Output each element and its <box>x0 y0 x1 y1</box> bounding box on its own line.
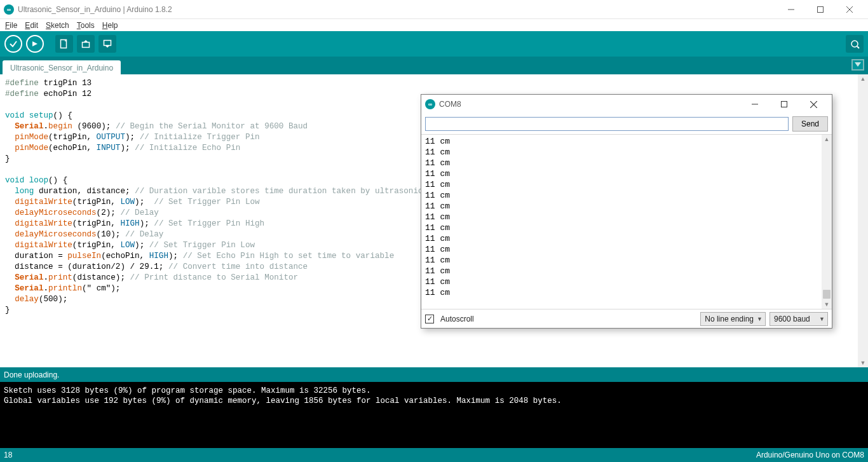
svg-marker-9 <box>105 46 109 48</box>
menu-bar: File Edit Sketch Tools Help <box>0 19 868 31</box>
menu-help[interactable]: Help <box>98 21 122 30</box>
menu-tools[interactable]: Tools <box>73 21 98 30</box>
board-port-indicator: Arduino/Genuino Uno on COM8 <box>756 451 864 459</box>
menu-file[interactable]: File <box>1 21 21 30</box>
autoscroll-checkbox[interactable]: ✓ <box>425 315 434 323</box>
serial-close-button[interactable] <box>799 95 828 114</box>
serial-send-input[interactable] <box>425 117 789 131</box>
serial-minimize-button[interactable] <box>740 95 770 114</box>
menu-edit[interactable]: Edit <box>21 21 42 30</box>
svg-rect-8 <box>104 41 111 46</box>
code-text: #define <box>5 79 39 88</box>
line-ending-select[interactable]: No line ending ▼ <box>700 312 766 326</box>
serial-monitor-window: ∞ COM8 Send 11 cm 11 cm 11 cm 11 cm 11 c… <box>421 94 832 329</box>
toolbar <box>0 31 868 57</box>
svg-marker-4 <box>32 41 37 46</box>
window-minimize-button[interactable] <box>776 0 806 19</box>
tab-menu-button[interactable] <box>851 59 864 71</box>
chevron-down-icon: ▼ <box>819 316 825 322</box>
autoscroll-label: Autoscroll <box>440 315 474 323</box>
serial-vertical-scrollbar[interactable]: ▲ ▼ <box>822 135 832 309</box>
svg-rect-14 <box>782 102 787 107</box>
scrollbar-thumb[interactable] <box>823 290 831 299</box>
line-number-indicator: 18 <box>4 451 12 459</box>
output-console[interactable]: Sketch uses 3128 bytes (9%) of program s… <box>0 382 868 448</box>
svg-rect-1 <box>818 6 824 12</box>
arduino-app-icon: ∞ <box>425 99 435 109</box>
baud-rate-select[interactable]: 9600 baud ▼ <box>770 312 828 326</box>
verify-button[interactable] <box>4 35 22 53</box>
window-title: Ultrasonic_Sensor_in_Arduino | Arduino 1… <box>18 5 172 14</box>
svg-line-11 <box>857 46 859 48</box>
sketch-tab-bar: Ultrasonic_Sensor_in_Arduino <box>0 57 868 74</box>
serial-footer: ✓ Autoscroll No line ending ▼ 9600 baud … <box>421 309 832 328</box>
open-sketch-button[interactable] <box>77 35 95 53</box>
window-close-button[interactable] <box>835 0 864 19</box>
bottom-bar: 18 Arduino/Genuino Uno on COM8 <box>0 448 868 462</box>
new-sketch-button[interactable] <box>55 35 73 53</box>
svg-marker-12 <box>855 62 861 67</box>
sketch-tab-active[interactable]: Ultrasonic_Sensor_in_Arduino <box>3 60 121 74</box>
serial-title: COM8 <box>439 100 461 109</box>
serial-send-button[interactable]: Send <box>792 116 828 132</box>
serial-output-area[interactable]: 11 cm 11 cm 11 cm 11 cm 11 cm 11 cm 11 c… <box>421 134 832 309</box>
window-maximize-button[interactable] <box>806 0 835 19</box>
serial-monitor-button[interactable] <box>846 35 864 53</box>
svg-point-10 <box>851 41 858 47</box>
upload-button[interactable] <box>26 35 44 53</box>
chevron-down-icon: ▼ <box>757 316 763 322</box>
arduino-app-icon: ∞ <box>4 4 14 15</box>
status-bar: Done uploading. <box>0 367 868 382</box>
console-line: Sketch uses 3128 bytes (9%) of program s… <box>4 386 371 395</box>
svg-marker-7 <box>84 40 88 42</box>
serial-titlebar[interactable]: ∞ COM8 <box>421 95 832 114</box>
baud-rate-value: 9600 baud <box>774 315 810 323</box>
line-ending-value: No line ending <box>705 315 754 323</box>
menu-sketch[interactable]: Sketch <box>42 21 73 30</box>
status-message: Done uploading. <box>4 370 59 379</box>
console-line: Global variables use 192 bytes (9%) of d… <box>4 397 562 405</box>
serial-output-lines: 11 cm 11 cm 11 cm 11 cm 11 cm 11 cm 11 c… <box>421 135 832 299</box>
save-sketch-button[interactable] <box>98 35 116 53</box>
window-titlebar: ∞ Ultrasonic_Sensor_in_Arduino | Arduino… <box>0 0 868 19</box>
svg-rect-6 <box>83 43 90 48</box>
serial-maximize-button[interactable] <box>770 95 799 114</box>
editor-vertical-scrollbar[interactable]: ▲▼ <box>858 74 868 367</box>
